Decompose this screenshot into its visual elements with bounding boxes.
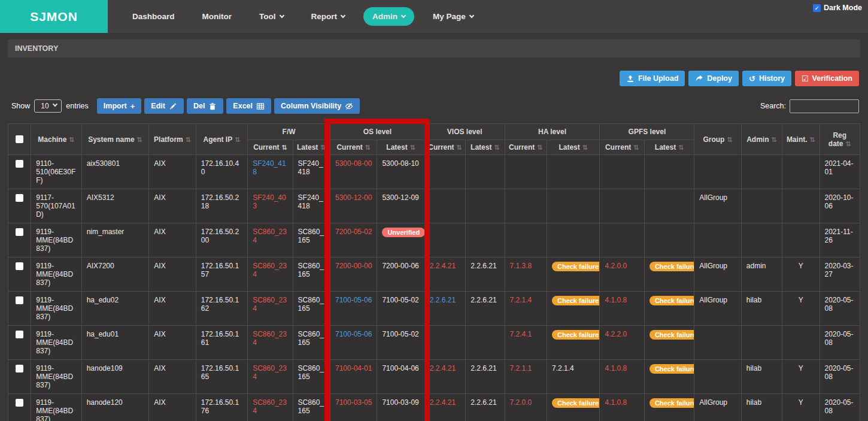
version-link[interactable]: SC860_234 <box>253 398 287 415</box>
column-header-gpfs-level-latest[interactable]: Latest⇅ <box>644 140 694 155</box>
row-checkbox[interactable] <box>16 365 23 372</box>
column-header-system-name[interactable]: System name⇅ <box>81 124 149 155</box>
version-link[interactable]: 7100-05-06 <box>335 296 372 304</box>
column-visibility-button[interactable]: Column Visibility <box>274 98 360 114</box>
row-checkbox[interactable] <box>16 228 23 236</box>
del-button[interactable]: Del <box>187 98 223 114</box>
system-name-cell: aix530801 <box>81 155 149 189</box>
version-link[interactable]: 7100-03-05 <box>335 398 372 407</box>
group-cell <box>694 223 741 258</box>
file-upload-button[interactable]: File Upload <box>620 71 685 86</box>
version-link[interactable]: SC860_234 <box>253 330 287 347</box>
nav-item-my-page[interactable]: My Page <box>424 7 482 26</box>
version-link[interactable]: 7.2.1.1 <box>510 364 532 372</box>
version-link[interactable]: 2.2.6.21 <box>430 296 456 304</box>
version-link[interactable]: 5300-08-00 <box>335 159 372 168</box>
row-checkbox[interactable] <box>16 160 23 168</box>
sort-icon: ⇅ <box>235 136 240 144</box>
column-header-ha-level-latest[interactable]: Latest⇅ <box>547 140 600 155</box>
version-link[interactable]: 7100-05-06 <box>335 330 372 338</box>
version-link[interactable]: SF240_418 <box>253 159 286 176</box>
sort-icon: ⇅ <box>137 136 142 144</box>
button-label: Edit <box>151 102 165 110</box>
version-link[interactable]: 4.1.0.8 <box>605 296 627 304</box>
column-header-f-w-latest[interactable]: Latest⇅ <box>293 140 330 155</box>
import-button[interactable]: Import+ <box>97 98 141 114</box>
column-header-ha-level-current[interactable]: Current⇅ <box>505 140 547 155</box>
version-link[interactable]: 7200-00-00 <box>335 262 372 270</box>
column-header-machine[interactable]: Machine⇅ <box>31 124 81 155</box>
status-badge: Unverified <box>382 228 424 237</box>
version-link[interactable]: 2.2.4.21 <box>430 364 456 372</box>
nav-item-dashboard[interactable]: Dashboard <box>123 7 184 26</box>
version-link[interactable]: 7.2.1.4 <box>510 296 532 304</box>
select-all-checkbox[interactable] <box>16 135 23 143</box>
excel-button[interactable]: Excel <box>226 98 271 114</box>
deploy-button[interactable]: Deploy <box>688 71 739 86</box>
history-button[interactable]: ↺History <box>742 71 791 86</box>
reg-date-cell: 2021-04-01 <box>820 155 860 189</box>
column-header-vios-level-latest[interactable]: Latest⇅ <box>466 140 505 155</box>
vios-current-cell <box>424 189 465 223</box>
version-link[interactable]: 4.1.0.8 <box>605 364 627 372</box>
ha-latest-cell: Check failure <box>547 292 600 326</box>
platform-cell: AIX <box>149 223 196 258</box>
search-input[interactable] <box>790 99 859 113</box>
column-header-reg-date[interactable]: Reg date⇅ <box>820 124 860 155</box>
entries-select[interactable]: 10 <box>34 99 62 113</box>
column-header-vios-level-current[interactable]: Current⇅ <box>424 140 465 155</box>
version-link[interactable]: 7100-04-01 <box>335 364 372 372</box>
version-link[interactable]: 2.2.4.21 <box>430 262 456 270</box>
nav-item-monitor[interactable]: Monitor <box>193 7 241 26</box>
nav-item-report[interactable]: Report <box>302 7 354 26</box>
column-header-platform[interactable]: Platform⇅ <box>149 124 196 155</box>
version-link[interactable]: 2.2.4.21 <box>430 398 456 407</box>
agent-ip-cell: 172.16.50.165 <box>196 360 247 394</box>
column-header-gpfs-level-current[interactable]: Current⇅ <box>600 140 644 155</box>
row-select-cell <box>8 155 31 189</box>
version-link[interactable]: 7.2.0.0 <box>510 398 532 407</box>
dark-mode-checkbox[interactable]: ✓ <box>813 4 821 12</box>
version-link[interactable]: SF240_403 <box>253 193 286 210</box>
version-link[interactable]: 7.2.4.1 <box>510 330 532 338</box>
version-link[interactable]: 7.1.3.8 <box>510 262 532 270</box>
row-checkbox[interactable] <box>16 399 23 407</box>
verification-button[interactable]: ☑Verification <box>795 71 859 86</box>
version-link[interactable]: SC860_234 <box>253 296 287 313</box>
fw-current-cell: SC860_234 <box>248 223 293 258</box>
vios-latest-cell <box>466 189 505 223</box>
edit-button[interactable]: Edit <box>144 98 184 114</box>
machine-cell: 9117-570(107A01D) <box>31 189 81 223</box>
version-link[interactable]: SC860_234 <box>253 228 287 244</box>
column-label: Reg date <box>828 131 846 148</box>
row-checkbox[interactable] <box>16 262 23 270</box>
version-link[interactable]: 5300-12-00 <box>335 193 372 202</box>
admin-cell: hilab <box>741 394 782 421</box>
column-group-gpfs-level: GPFS level <box>600 124 694 140</box>
column-header-agent-ip[interactable]: Agent IP⇅ <box>196 124 247 155</box>
version-link[interactable]: 7200-05-02 <box>335 228 372 236</box>
column-header-group[interactable]: Group⇅ <box>694 124 741 155</box>
app-logo[interactable]: SJMON <box>0 0 108 33</box>
column-header-maint[interactable]: Maint.⇅ <box>782 124 820 155</box>
row-checkbox[interactable] <box>16 296 23 304</box>
version-link[interactable]: 4.2.2.0 <box>605 330 627 338</box>
column-header-os-level-latest[interactable]: Latest⇅ <box>377 140 424 155</box>
nav-item-admin[interactable]: Admin <box>363 7 414 26</box>
row-checkbox[interactable] <box>16 331 23 338</box>
gpfs-current-cell: 4.2.0.0 <box>600 258 644 292</box>
nav-item-label: Report <box>311 12 338 21</box>
nav-item-label: Dashboard <box>132 12 175 21</box>
version-link[interactable]: 4.1.0.8 <box>605 398 627 407</box>
row-checkbox[interactable] <box>16 194 23 202</box>
version-link[interactable]: SC860_234 <box>253 262 287 278</box>
version-link[interactable]: 4.2.0.0 <box>605 262 627 270</box>
column-header-admin[interactable]: Admin⇅ <box>741 124 782 155</box>
column-header-f-w-current[interactable]: Current⇅ <box>248 140 293 155</box>
nav-item-tool[interactable]: Tool <box>250 7 293 26</box>
ha-latest-cell: Check failure <box>547 258 600 292</box>
fw-latest-cell: SC860_165 <box>293 326 330 360</box>
group-cell <box>694 155 741 189</box>
column-header-os-level-current[interactable]: Current⇅ <box>330 140 377 155</box>
version-link[interactable]: SC860_234 <box>253 364 287 381</box>
